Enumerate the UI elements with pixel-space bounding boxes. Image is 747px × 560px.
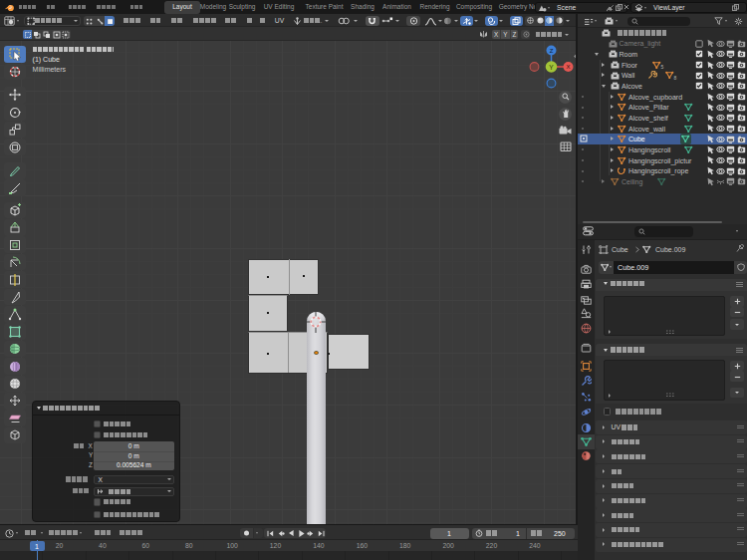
svg-text:X: X — [566, 64, 570, 70]
svg-text:Y: Y — [549, 64, 554, 71]
svg-text:Z: Z — [550, 48, 554, 54]
